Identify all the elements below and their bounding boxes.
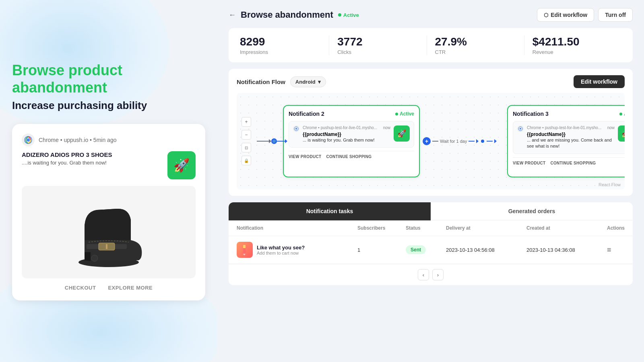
entry-connector [257,138,287,144]
entry-line [257,141,269,142]
rocket-icon: 🚀 [173,158,190,173]
next-page-button[interactable]: › [432,269,444,280]
edit-workflow-button[interactable]: ⬡ Edit workflow [537,8,594,22]
notif3-btn2[interactable]: CONTINUE SHOPPING [550,161,596,165]
flow-canvas: + − ⊡ 🔒 Notification 2 Active [237,93,625,189]
notif-text-area: ADIZERO ADIOS PRO 3 SHOES ....is waiting… [22,151,163,166]
col-status: Status [406,225,446,231]
svg-point-6 [91,255,98,261]
notif3-time: now [607,125,615,130]
notif-actions: CHECKOUT EXPLORE MORE [22,285,196,291]
svg-point-10 [520,128,521,130]
active-dot-icon [338,13,341,16]
col-subscribers: Subscribers [357,225,406,231]
notif2-meta: Chrome • pushup-test-for-live-01.mysho..… [303,125,390,130]
impressions-label: Impressions [240,49,321,55]
zoom-in-button[interactable]: + [242,117,251,127]
notif2-time: now [383,125,390,130]
browser-icon [22,134,35,146]
zoom-out-button[interactable]: − [242,130,251,140]
stats-bar: 8299 Impressions 3772 Clicks 27.9% CTR $… [229,28,633,62]
notif2-chrome-icon [293,125,299,132]
notif3-active-dot [619,113,622,115]
notif3-active-label: Active [624,111,625,117]
tab-notification-tasks[interactable]: Notification tasks [229,202,431,220]
shoe-illustration [68,196,149,268]
turn-off-button[interactable]: Turn off [598,8,633,22]
notif3-btn1[interactable]: VIEW PRODUCT [513,161,545,165]
explore-btn[interactable]: EXPLORE MORE [108,285,153,291]
notification-3-card: Notification 3 Active [507,105,625,177]
table-header: Notification Subscribers Status Delivery… [229,220,633,236]
back-arrow-icon[interactable]: ← [229,11,236,19]
row-notif-info: Like what you see? Add them to cart now [257,245,305,255]
mid-arrow-2 [494,139,497,143]
ctr-value: 27.9% [435,35,516,48]
row-notif-sub: Add them to cart now [257,251,305,255]
notif3-chrome-icon [517,125,524,132]
mid-line [432,141,438,142]
notif2-product-name: {{productName}} [303,132,390,137]
clicks-value: 3772 [337,35,418,48]
platform-dropdown[interactable]: Android ▾ [290,76,326,87]
platform-label: Android [295,79,316,85]
row-actions-cell[interactable]: ≡ [607,246,633,254]
react-flow-label: React Flow [599,182,621,187]
ctr-label: CTR [435,49,516,55]
row-delivery-cell: 2023-10-13 04:56:08 [446,247,526,253]
status-badge: Sent [406,245,426,254]
notif-product-body: ....is waiting for you. Grab them now! [22,160,163,166]
notif3-preview: Chrome • pushup-test-for-live-01.mysho..… [513,121,625,154]
active-badge-label: Active [343,12,359,18]
mid-connector: + Wait for 1 day [423,137,497,145]
notif3-content: Chrome • pushup-test-for-live-01.mysho..… [527,125,615,150]
page-title: Browse abandonment [241,10,333,20]
notif3-action-btns: VIEW PRODUCT CONTINUE SHOPPING [513,157,625,165]
notif2-title: Notification 2 [289,111,324,117]
prev-page-button[interactable]: ‹ [418,269,429,280]
stat-impressions: 8299 Impressions [240,35,329,55]
notif2-active-dot [395,113,398,115]
flow-edit-workflow-button[interactable]: Edit workflow [574,75,625,88]
notif-product-title: ADIZERO ADIOS PRO 3 SHOES [22,151,163,158]
plus-connector-icon[interactable]: + [423,137,431,145]
notif3-meta: Chrome • pushup-test-for-live-01.mysho..… [527,125,615,130]
col-created: Created at [526,225,607,231]
col-actions: Actions [607,225,633,231]
notif2-rocket-icon: 🚀 [397,129,406,138]
header-actions: ⬡ Edit workflow Turn off [537,8,633,22]
notif2-action-btns: VIEW PRODUCT CONTINUE SHOPPING [289,151,414,159]
entry-node [271,138,277,144]
fit-view-button[interactable]: ⊡ [242,143,251,152]
row-created-cell: 2023-10-13 04:36:08 [526,247,607,253]
connector-arrow-1 [285,139,287,143]
mid-arrow [476,139,479,143]
tab-generated-orders[interactable]: Generated orders [431,202,633,220]
flow-header: Notification Flow Android ▾ Edit workflo… [237,75,625,88]
notif3-icon-box: 🚀 [618,125,625,142]
svg-marker-13 [243,254,246,255]
notif2-active-label: Active [400,111,414,117]
notif2-btn2[interactable]: CONTINUE SHOPPING [326,154,372,159]
page-header-left: ← Browse abandonment Active [229,10,359,20]
main-title: Browse product abandonment [12,62,205,96]
clicks-label: Clicks [337,49,418,55]
svg-point-1 [27,138,30,142]
notif3-product-name: {{productName}} [527,132,615,137]
notif2-body: ... is waiting for you. Grab them now! [303,137,390,143]
left-text-area: Browse product abandonment Increase purc… [12,62,205,112]
active-badge: Active [338,12,359,18]
notif2-btn1[interactable]: VIEW PRODUCT [289,154,321,159]
notif2-browser: Chrome • pushup-test-for-live-01.mysho..… [303,125,377,130]
flow-title: Notification Flow [237,78,285,85]
checkout-btn[interactable]: CHECKOUT [65,285,96,291]
actions-menu-icon[interactable]: ≡ [607,246,611,254]
notification-preview-card: Chrome • uppush.io • 5min ago ADIZERO AD… [12,124,205,300]
notification-2-card: Notification 2 Active [283,105,420,177]
notif3-title: Notification 3 [513,111,549,117]
notif-content: ADIZERO ADIOS PRO 3 SHOES ....is waiting… [22,151,196,179]
lock-button[interactable]: 🔒 [242,156,251,165]
workflow-icon: ⬡ [544,12,548,18]
table-container: Notification Subscribers Status Delivery… [229,220,633,285]
col-notification: Notification [237,225,357,231]
